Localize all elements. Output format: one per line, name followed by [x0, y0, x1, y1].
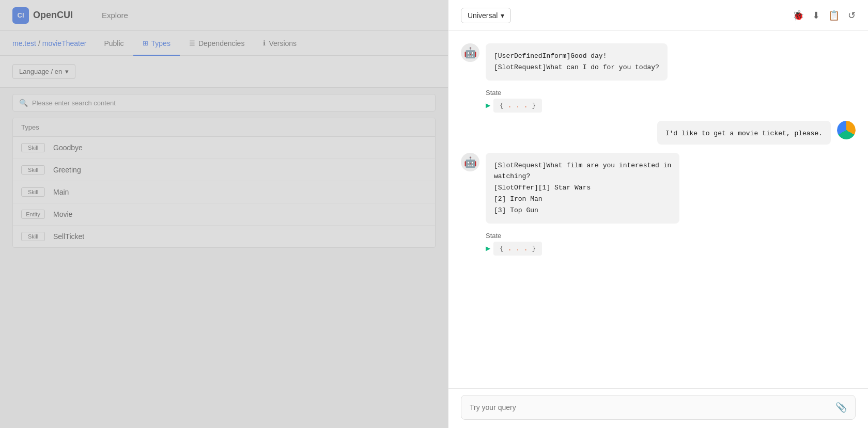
breadcrumb-namespace[interactable]: me.test — [12, 39, 36, 47]
state-code-2[interactable]: { . . . } — [493, 242, 542, 256]
breadcrumb-sep: / — [38, 39, 40, 47]
versions-icon: ℹ — [263, 39, 266, 47]
brace-open: { — [500, 102, 504, 109]
table-row[interactable]: Skill Goodbye — [13, 137, 435, 159]
tab-versions-label: Versions — [269, 39, 297, 47]
clipboard-icon[interactable]: 📋 — [828, 10, 840, 21]
refresh-icon[interactable]: ↺ — [848, 10, 856, 21]
user-avatar-circle — [837, 121, 856, 139]
chat-header: Universal ▾ 🐞 ⬇ 📋 ↺ — [448, 0, 868, 31]
bot-bubble-2: [SlotRequest]What film are you intereste… — [486, 153, 679, 224]
app-name: OpenCUI — [33, 10, 73, 21]
bot-avatar: 🤖 — [461, 43, 479, 62]
chevron-down-icon: ▾ — [501, 11, 504, 20]
language-label: Language / en — [19, 68, 62, 75]
breadcrumb-project[interactable]: movieTheater — [42, 39, 87, 47]
chat-input[interactable] — [470, 403, 835, 411]
badge-main: Skill — [21, 187, 45, 197]
attach-icon[interactable]: 📎 — [835, 402, 847, 413]
table-row[interactable]: Skill Greeting — [13, 159, 435, 181]
breadcrumb: me.test / movieTheater — [12, 39, 86, 47]
bug-icon[interactable]: 🐞 — [793, 10, 804, 21]
state-expand-arrow-1[interactable]: ▶ — [486, 102, 490, 109]
row-name-greeting: Greeting — [53, 166, 81, 174]
chat-header-icons: 🐞 ⬇ 📋 ↺ — [793, 10, 856, 21]
state-code-1[interactable]: { . . . } — [493, 99, 542, 113]
types-table: Types Skill Goodbye Skill Greeting Skill… — [12, 118, 436, 248]
types-icon: ⊞ — [143, 39, 148, 47]
download-icon[interactable]: ⬇ — [812, 10, 820, 21]
user-bubble-1: I'd like to get a movie ticket, please. — [657, 121, 831, 145]
tab-public[interactable]: Public — [95, 31, 133, 56]
brace-open-2: { — [500, 245, 504, 252]
table-row[interactable]: Skill SellTicket — [13, 226, 435, 247]
state-row-2: State ▶ { . . . } — [461, 232, 856, 256]
header: CI OpenCUI Explore — [0, 0, 448, 31]
chat-input-area: 📎 — [448, 388, 868, 428]
bot-bubble-1: [UserDefinedInform]Good day! [SlotReques… — [486, 43, 668, 81]
model-selector[interactable]: Universal ▾ — [461, 8, 511, 23]
badge-sellticket: Skill — [21, 232, 45, 241]
types-column-header: Types — [21, 123, 39, 131]
user-message-1: I'd like to get a movie ticket, please. — [461, 121, 856, 145]
dots-1: . . . — [508, 102, 532, 109]
state-label-2: State — [486, 232, 856, 240]
row-name-movie: Movie — [53, 210, 72, 218]
brace-close-2: } — [532, 245, 536, 252]
tab-types[interactable]: ⊞ Types — [133, 31, 180, 56]
language-selector[interactable]: Language / en ▾ — [12, 64, 75, 79]
badge-movie: Entity — [21, 210, 45, 219]
tab-versions[interactable]: ℹ Versions — [254, 31, 306, 56]
bot-message-2-text: [SlotRequest]What film are you intereste… — [494, 162, 671, 214]
search-bar: 🔍 — [12, 94, 436, 112]
tab-dependencies-label: Dependencies — [198, 39, 245, 47]
user-message-1-text: I'd like to get a movie ticket, please. — [665, 130, 823, 137]
nav-row: me.test / movieTheater Public ⊞ Types ☰ … — [0, 31, 448, 56]
search-input[interactable] — [32, 99, 429, 107]
bot-message-1-text: [UserDefinedInform]Good day! [SlotReques… — [494, 52, 659, 71]
state-expand-arrow-2[interactable]: ▶ — [486, 245, 490, 252]
search-icon: 🔍 — [19, 99, 28, 107]
tab-types-label: Types — [151, 39, 171, 47]
state-label-1: State — [486, 89, 856, 97]
bot-avatar-2: 🤖 — [461, 153, 479, 171]
dependencies-icon: ☰ — [189, 39, 195, 47]
badge-goodbye: Skill — [21, 143, 45, 152]
user-avatar — [837, 121, 856, 139]
explore-label: Explore — [102, 11, 128, 20]
tab-dependencies[interactable]: ☰ Dependencies — [180, 31, 254, 56]
toolbar: Language / en ▾ — [0, 56, 448, 88]
logo-area: CI OpenCUI — [12, 7, 73, 24]
row-name-goodbye: Goodbye — [53, 144, 83, 152]
bot-message-1: 🤖 [UserDefinedInform]Good day! [SlotRequ… — [461, 43, 856, 81]
badge-greeting: Skill — [21, 165, 45, 175]
chat-messages: 🤖 [UserDefinedInform]Good day! [SlotRequ… — [448, 31, 868, 388]
model-selector-label: Universal — [468, 11, 498, 20]
right-panel: Universal ▾ 🐞 ⬇ 📋 ↺ 🤖 [UserDefinedInform… — [448, 0, 868, 428]
state-row-1: State ▶ { . . . } — [461, 89, 856, 113]
chevron-down-icon: ▾ — [65, 68, 69, 75]
state-block-2: ▶ { . . . } — [486, 242, 856, 256]
table-row[interactable]: Skill Main — [13, 181, 435, 203]
table-row[interactable]: Entity Movie — [13, 203, 435, 226]
row-name-main: Main — [53, 188, 69, 196]
brace-close: } — [532, 102, 536, 109]
bot-message-2: 🤖 [SlotRequest]What film are you interes… — [461, 153, 856, 224]
state-block-1: ▶ { . . . } — [486, 99, 856, 113]
left-panel: CI OpenCUI Explore me.test / movieTheate… — [0, 0, 448, 428]
dots-2: . . . — [508, 245, 532, 252]
chat-input-box: 📎 — [461, 395, 856, 420]
logo-icon: CI — [12, 7, 29, 24]
table-header: Types — [13, 118, 435, 137]
row-name-sellticket: SellTicket — [53, 232, 84, 241]
